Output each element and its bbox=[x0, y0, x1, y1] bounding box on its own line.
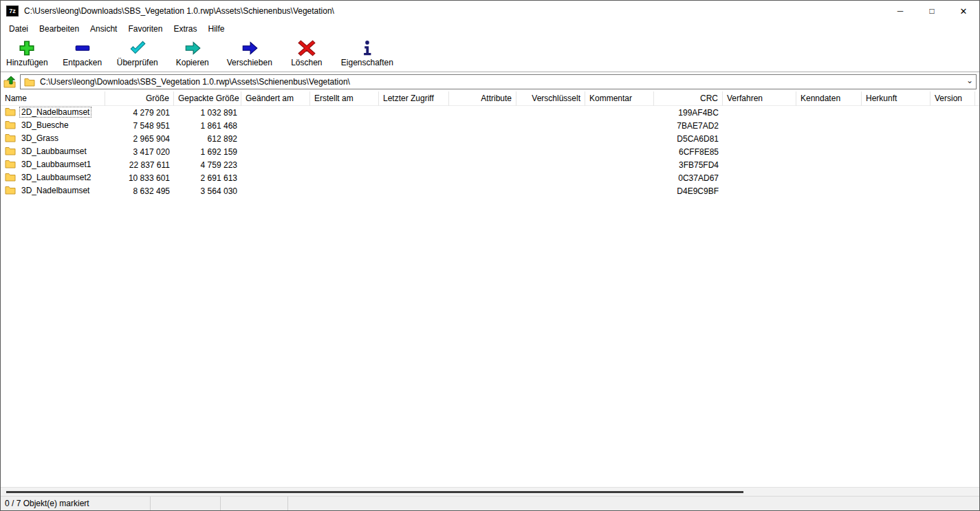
table-row[interactable]: 3D_Laubbaumset1 22 837 611 4 759 223 3FB… bbox=[1, 158, 979, 171]
column-header-attributes[interactable]: Attribute bbox=[449, 91, 516, 106]
add-plus-icon bbox=[18, 39, 36, 57]
column-header-kenndaten[interactable]: Kenndaten bbox=[796, 91, 862, 106]
column-header-created[interactable]: Erstellt am bbox=[310, 91, 379, 106]
file-name: 3D_Buesche bbox=[19, 120, 71, 131]
status-segment bbox=[288, 497, 979, 510]
properties-button[interactable]: Eigenschaften bbox=[337, 38, 398, 69]
file-size: 2 965 904 bbox=[105, 134, 174, 144]
horizontal-scrollbar[interactable] bbox=[1, 487, 979, 496]
file-packed-size: 4 759 223 bbox=[174, 160, 241, 170]
file-size: 7 548 951 bbox=[105, 121, 174, 131]
delete-button[interactable]: Löschen bbox=[282, 38, 331, 69]
app-window: 7z C:\Users\leong\Downloads\SBS_Vegetati… bbox=[0, 0, 980, 511]
address-input[interactable] bbox=[21, 75, 976, 89]
folder-icon bbox=[5, 146, 16, 155]
column-header-last-access[interactable]: Letzter Zugriff bbox=[379, 91, 449, 106]
menu-bar: Datei Bearbeiten Ansicht Favoriten Extra… bbox=[1, 21, 979, 36]
minimize-button[interactable]: ─ bbox=[884, 1, 916, 21]
delete-button-label: Löschen bbox=[291, 58, 322, 67]
window-title: C:\Users\leong\Downloads\SBS_Vegetation … bbox=[24, 6, 884, 16]
file-crc: 199AF4BC bbox=[654, 108, 723, 118]
column-header-crc[interactable]: CRC bbox=[654, 91, 723, 106]
close-button[interactable]: ✕ bbox=[948, 1, 979, 21]
test-button[interactable]: Überprüfen bbox=[113, 38, 162, 69]
file-list: 2D_Nadelbaumset 4 279 201 1 032 891 199A… bbox=[1, 106, 979, 487]
menu-item-favoriten[interactable]: Favoriten bbox=[122, 22, 168, 36]
menu-item-datei[interactable]: Datei bbox=[3, 22, 34, 36]
file-size: 8 632 495 bbox=[105, 186, 174, 196]
extract-button[interactable]: Entpacken bbox=[58, 38, 107, 69]
app-icon: 7z bbox=[6, 6, 19, 17]
address-bar: ⌄ bbox=[1, 72, 979, 91]
delete-x-icon bbox=[298, 39, 316, 57]
table-row[interactable]: 3D_Buesche 7 548 951 1 861 468 7BAE7AD2 bbox=[1, 119, 979, 132]
column-header-size[interactable]: Größe bbox=[105, 91, 174, 106]
file-name: 3D_Laubbaumset2 bbox=[19, 172, 93, 183]
move-button-label: Verschieben bbox=[227, 58, 272, 67]
window-controls: ─ □ ✕ bbox=[884, 1, 979, 21]
file-crc: 7BAE7AD2 bbox=[654, 121, 723, 131]
copy-button-label: Kopieren bbox=[176, 58, 209, 67]
column-header-herkunft[interactable]: Herkunft bbox=[862, 91, 930, 106]
menu-item-hilfe[interactable]: Hilfe bbox=[202, 22, 230, 36]
file-packed-size: 3 564 030 bbox=[174, 186, 241, 196]
file-crc: D4E9C9BF bbox=[654, 186, 723, 196]
test-button-label: Überprüfen bbox=[117, 58, 158, 67]
add-button[interactable]: Hinzufügen bbox=[2, 38, 52, 69]
copy-button[interactable]: Kopieren bbox=[168, 38, 217, 69]
file-crc: 3FB75FD4 bbox=[654, 160, 723, 170]
file-name: 3D_Nadelbaumset bbox=[19, 185, 91, 196]
toolbar: Hinzufügen Entpacken Überprüfen Kopieren bbox=[1, 36, 979, 72]
horizontal-scrollbar-thumb[interactable] bbox=[6, 491, 743, 493]
folder-icon bbox=[5, 120, 16, 129]
table-row[interactable]: 2D_Nadelbaumset 4 279 201 1 032 891 199A… bbox=[1, 106, 979, 119]
file-packed-size: 612 892 bbox=[174, 134, 241, 144]
column-header-packed-size[interactable]: Gepackte Größe bbox=[174, 91, 241, 106]
file-name: 3D_Laubbaumset bbox=[19, 146, 89, 157]
menu-item-bearbeiten[interactable]: Bearbeiten bbox=[34, 22, 85, 36]
extract-button-label: Entpacken bbox=[63, 58, 102, 67]
properties-button-label: Eigenschaften bbox=[341, 58, 393, 67]
title-bar: 7z C:\Users\leong\Downloads\SBS_Vegetati… bbox=[1, 1, 979, 21]
column-header-method[interactable]: Verfahren bbox=[723, 91, 796, 106]
copy-arrow-icon bbox=[184, 39, 202, 57]
up-level-button[interactable] bbox=[2, 74, 17, 89]
file-name: 3D_Laubbaumset1 bbox=[19, 159, 93, 170]
column-header-encrypted[interactable]: Verschlüsselt bbox=[516, 91, 585, 106]
status-selection-count: 0 / 7 Objekt(e) markiert bbox=[1, 497, 151, 510]
file-name: 2D_Nadelbaumset bbox=[19, 107, 91, 118]
info-icon bbox=[358, 39, 376, 57]
address-dropdown-icon[interactable]: ⌄ bbox=[966, 76, 973, 85]
column-header-version[interactable]: Version bbox=[930, 91, 975, 106]
file-size: 10 833 601 bbox=[105, 173, 174, 183]
extract-minus-icon bbox=[74, 39, 91, 57]
column-header-name[interactable]: Name bbox=[1, 91, 105, 106]
up-level-icon bbox=[3, 76, 16, 88]
table-row[interactable]: 3D_Grass 2 965 904 612 892 D5CA6D81 bbox=[1, 132, 979, 145]
column-header-comment[interactable]: Kommentar bbox=[585, 91, 654, 106]
status-segment bbox=[221, 497, 288, 510]
file-size: 4 279 201 bbox=[105, 108, 174, 118]
column-header-row: Name Größe Gepackte Größe Geändert am Er… bbox=[1, 91, 979, 106]
file-crc: 6CFF8E85 bbox=[654, 147, 723, 157]
file-size: 3 417 020 bbox=[105, 147, 174, 157]
move-button[interactable]: Verschieben bbox=[223, 38, 276, 69]
status-bar: 0 / 7 Objekt(e) markiert bbox=[1, 496, 979, 510]
folder-icon bbox=[5, 107, 16, 116]
file-packed-size: 1 032 891 bbox=[174, 108, 241, 118]
table-row[interactable]: 3D_Laubbaumset2 10 833 601 2 691 613 0C3… bbox=[1, 171, 979, 184]
file-packed-size: 1 692 159 bbox=[174, 147, 241, 157]
address-input-wrap: ⌄ bbox=[20, 74, 977, 89]
table-row[interactable]: 3D_Nadelbaumset 8 632 495 3 564 030 D4E9… bbox=[1, 184, 979, 197]
status-segment bbox=[151, 497, 221, 510]
file-packed-size: 1 861 468 bbox=[174, 121, 241, 131]
menu-item-extras[interactable]: Extras bbox=[168, 22, 202, 36]
folder-icon bbox=[5, 160, 16, 168]
menu-item-ansicht[interactable]: Ansicht bbox=[85, 22, 122, 36]
table-row[interactable]: 3D_Laubbaumset 3 417 020 1 692 159 6CFF8… bbox=[1, 145, 979, 158]
folder-icon bbox=[5, 186, 16, 195]
move-arrow-icon bbox=[241, 39, 259, 57]
column-header-modified[interactable]: Geändert am bbox=[241, 91, 310, 106]
file-crc: D5CA6D81 bbox=[654, 134, 723, 144]
maximize-button[interactable]: □ bbox=[916, 1, 948, 21]
